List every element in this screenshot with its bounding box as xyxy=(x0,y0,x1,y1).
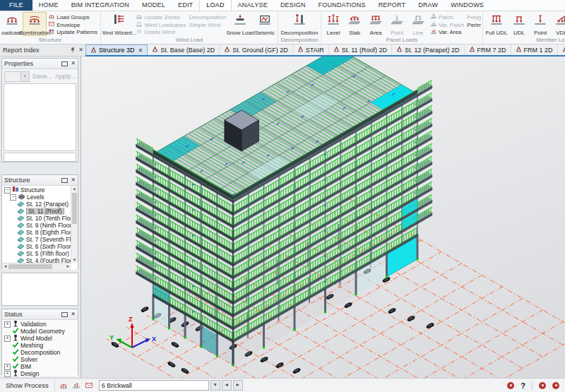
close-icon[interactable]: ✕ xyxy=(78,47,83,53)
menu-item-home[interactable]: HOME xyxy=(32,0,65,11)
close-icon[interactable]: ✕ xyxy=(71,177,76,183)
status-item-design[interactable]: +Design xyxy=(4,370,76,377)
scrollbar-thumb[interactable] xyxy=(8,264,52,269)
tree-item-st-8-eighth-floor[interactable]: St. 8 (Eighth Floor) xyxy=(4,229,71,236)
maximize-icon[interactable] xyxy=(61,61,68,66)
previous-loadcase-button[interactable]: ◄ xyxy=(222,380,232,391)
structure-titlebar[interactable]: Structure ✕ xyxy=(2,175,78,186)
close-icon[interactable]: ✕ xyxy=(71,311,76,317)
apply-button[interactable]: Apply... xyxy=(55,73,76,80)
horizontal-scrollbar[interactable]: ◄ ► xyxy=(2,263,71,270)
ribbon-button-var-patch[interactable]: Var. Patch xyxy=(430,21,464,29)
ribbon-button-wind-wizard[interactable]: Wind Wizard... xyxy=(102,12,134,36)
tree-item-st-9-ninth-floor[interactable]: St. 9 (Ninth Floor) xyxy=(4,222,71,229)
tree-expander-icon[interactable]: − xyxy=(10,194,16,201)
ribbon-button-line[interactable]: Line xyxy=(408,12,429,36)
tree-expander-icon[interactable]: + xyxy=(4,371,11,377)
doc-tab-st-12-parapet-2d[interactable]: St. 12 (Parapet) 2D xyxy=(392,44,465,55)
menu-item-load[interactable]: LOAD xyxy=(199,0,231,11)
menu-item-model[interactable]: MODEL xyxy=(136,0,172,11)
ribbon-button-udl[interactable]: UDL xyxy=(509,12,530,36)
pin-icon[interactable] xyxy=(70,47,76,54)
scroll-down-icon[interactable]: ▼ xyxy=(71,257,78,263)
tree-expander-icon[interactable]: − xyxy=(4,187,11,194)
close-icon[interactable]: ✕ xyxy=(71,61,76,66)
tree-item-st-6-sixth-floor[interactable]: St. 6 (Sixth Floor) xyxy=(4,243,71,250)
tree-item-structure[interactable]: −Structure xyxy=(4,186,71,194)
doc-tab-frm-1-2d[interactable]: FRM 1 2D xyxy=(511,44,558,55)
show-process-button[interactable]: Show Process xyxy=(0,379,55,392)
scrollbar-thumb[interactable] xyxy=(72,193,77,224)
ribbon-button-area[interactable]: Area xyxy=(365,12,386,36)
ribbon-button-update-patterns[interactable]: Update Patterns xyxy=(48,28,97,36)
active-loadcase-combo[interactable]: 6 Brickwall xyxy=(99,380,209,391)
ribbon-button-delete-wind[interactable]: Delete Wind xyxy=(136,28,186,36)
ribbon-button-wind-loadcases[interactable]: Wind Loadcases xyxy=(136,21,186,29)
menu-item-analyse[interactable]: ANALYSE xyxy=(232,0,274,11)
doc-tab-st-ground-gf-2d[interactable]: St. Ground (GF) 2D xyxy=(220,44,293,55)
tree-item-st-7-seventh-floor[interactable]: St. 7 (Seventh Floor) xyxy=(4,236,71,243)
tree-expander-icon[interactable]: + xyxy=(4,364,11,370)
tree-item-st-12-parapet[interactable]: St. 12 (Parapet) xyxy=(4,201,71,208)
ribbon-button-envelope[interactable]: Envelope xyxy=(48,21,97,29)
properties-combo[interactable]: ▼ xyxy=(4,71,30,82)
ribbon-button-update-zones[interactable]: Update Zones xyxy=(136,13,186,21)
close-icon[interactable]: ✕ xyxy=(138,47,143,54)
load-edit-quick-icon[interactable] xyxy=(72,381,81,390)
ribbon-button-var-area[interactable]: Var. Area xyxy=(430,28,464,36)
properties-titlebar[interactable]: Properties ✕ xyxy=(2,59,78,69)
menu-item-edit[interactable]: EDIT xyxy=(172,0,199,11)
ribbon-button-decomposition[interactable]: Decomposition xyxy=(280,12,319,36)
tree-item-st-5-fifth-floor[interactable]: St. 5 (Fifth floor) xyxy=(4,250,71,257)
doc-tab-stair[interactable]: STAIR xyxy=(293,44,329,55)
ribbon-button-vdl[interactable]: VDL xyxy=(551,12,565,36)
ribbon-button-level[interactable]: Level xyxy=(323,12,344,36)
scroll-up-icon[interactable]: ▲ xyxy=(71,186,78,192)
maximize-icon[interactable] xyxy=(61,178,68,183)
ribbon-button-point[interactable]: Point xyxy=(530,12,551,36)
loadcase-quick-icon[interactable] xyxy=(59,381,68,390)
chevron-down-icon[interactable]: ▼ xyxy=(210,380,220,391)
ribbon-button-perimeter[interactable]: Perimeter xyxy=(467,21,481,29)
report-index-header[interactable]: Report Index ✕ xyxy=(0,44,85,57)
help-icon[interactable]: ? xyxy=(521,381,525,390)
ribbon-button-simple-wind[interactable]: Simple Wind xyxy=(189,21,227,29)
ribbon-button-patch[interactable]: Patch xyxy=(430,13,464,21)
ribbon-button-seismic-load[interactable]: Seismic Load▼ xyxy=(253,12,276,36)
ribbon-button-combination[interactable]: Combination xyxy=(23,12,47,36)
ribbon-button-full-udl[interactable]: Full UDL xyxy=(484,12,509,36)
doc-tab-st-11-roof-2d[interactable]: St. 11 (Roof) 2D xyxy=(329,44,392,55)
status-indicator-icon[interactable] xyxy=(539,382,546,389)
scroll-right-icon[interactable]: ► xyxy=(65,263,71,270)
maximize-icon[interactable] xyxy=(61,312,68,317)
ribbon-button-slab[interactable]: Slab xyxy=(344,12,365,36)
menu-item-windows[interactable]: WINDOWS xyxy=(444,0,490,11)
tree-expander-icon[interactable]: + xyxy=(4,321,11,328)
save-button[interactable]: Save... xyxy=(32,73,52,80)
tree-item-st-10-tenth-floor[interactable]: St. 10 (Tenth Floor) xyxy=(4,215,71,222)
viewport-3d[interactable]: ZYX xyxy=(81,57,565,378)
tree-item-st-11-roof[interactable]: St. 11 (Roof) xyxy=(4,208,71,215)
menu-item-draw[interactable]: DRAW xyxy=(412,0,444,11)
doc-tab-frm-a-2d[interactable]: FRM A 2D xyxy=(558,44,565,55)
doc-tab-frm-7-2d[interactable]: FRM 7 2D xyxy=(465,44,511,55)
menu-item-foundations[interactable]: FOUNDATIONS xyxy=(312,0,372,11)
next-loadcase-button[interactable]: ► xyxy=(233,380,243,391)
envelope-quick-icon[interactable] xyxy=(85,381,93,390)
menu-item-design[interactable]: DESIGN xyxy=(274,0,312,11)
ribbon-button-load-groups[interactable]: Load Groups xyxy=(48,13,97,21)
ribbon-button-point[interactable]: Point xyxy=(386,12,408,36)
scroll-left-icon[interactable]: ◄ xyxy=(2,263,8,270)
menu-item-report[interactable]: REPORT xyxy=(372,0,412,11)
tree-item-levels[interactable]: −Levels xyxy=(4,194,71,201)
ribbon-button-snow-load[interactable]: Snow Load▼ xyxy=(227,12,253,36)
status-indicator-icon[interactable] xyxy=(507,382,514,389)
menu-item-bim-integration[interactable]: BIM INTEGRATION xyxy=(65,0,136,11)
ribbon-button-decomposition[interactable]: Decomposition xyxy=(189,13,227,21)
chevron-down-icon[interactable]: ▼ xyxy=(20,72,29,81)
menu-item-file[interactable]: FILE xyxy=(0,0,32,11)
tree-expander-icon[interactable]: + xyxy=(4,335,11,342)
vertical-scrollbar[interactable]: ▲ ▼ xyxy=(71,186,78,263)
doc-tab-st-base-base-2d[interactable]: St. Base (Base) 2D xyxy=(148,44,220,55)
ribbon-button-polygon[interactable]: Polygon xyxy=(467,13,481,21)
